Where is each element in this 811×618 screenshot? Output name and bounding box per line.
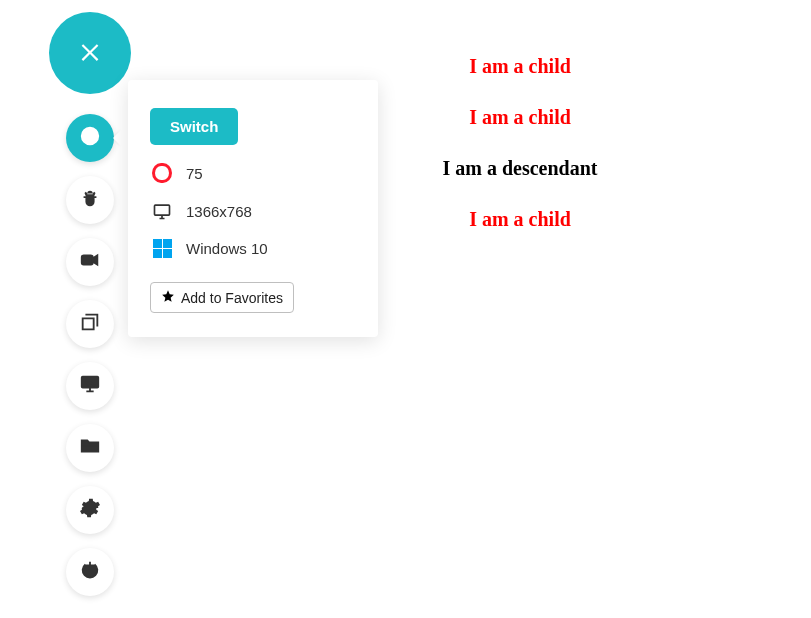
content-line-1: I am a child	[390, 55, 650, 78]
bug-icon	[79, 187, 101, 213]
sidebar-item-switch[interactable]	[66, 114, 114, 162]
sidebar-item-record[interactable]	[66, 238, 114, 286]
switch-button[interactable]: Switch	[150, 108, 238, 145]
content-line-2: I am a child	[390, 106, 650, 129]
sidebar-item-settings[interactable]	[66, 486, 114, 534]
monitor-icon	[79, 373, 101, 399]
sidebar	[46, 12, 134, 610]
switch-panel: Switch 75 1366x768 Windows 10 Add to Fav…	[128, 80, 378, 337]
demo-content: I am a child I am a child I am a descend…	[390, 55, 650, 259]
sidebar-item-display[interactable]	[66, 362, 114, 410]
sidebar-item-power[interactable]	[66, 548, 114, 596]
power-icon	[79, 559, 101, 585]
browser-row: 75	[150, 163, 356, 183]
os-label: Windows 10	[186, 240, 268, 257]
svg-rect-3	[155, 205, 170, 215]
content-line-4: I am a child	[390, 208, 650, 231]
sidebar-item-files[interactable]	[66, 424, 114, 472]
close-icon	[77, 38, 103, 68]
opera-icon	[150, 163, 174, 183]
os-row: Windows 10	[150, 239, 356, 258]
browser-version-label: 75	[186, 165, 203, 182]
images-icon	[79, 311, 101, 337]
windows-icon	[150, 239, 174, 258]
sidebar-item-screenshots[interactable]	[66, 300, 114, 348]
gear-icon	[79, 497, 101, 523]
switch-icon	[79, 125, 101, 151]
resolution-label: 1366x768	[186, 203, 252, 220]
video-camera-icon	[79, 249, 101, 275]
favorites-label: Add to Favorites	[181, 290, 283, 306]
content-line-3: I am a descendant	[390, 157, 650, 180]
resolution-row: 1366x768	[150, 201, 356, 221]
add-to-favorites-button[interactable]: Add to Favorites	[150, 282, 294, 313]
monitor-small-icon	[150, 201, 174, 221]
close-button[interactable]	[49, 12, 131, 94]
svg-rect-1	[82, 255, 93, 264]
sidebar-item-bug[interactable]	[66, 176, 114, 224]
folder-icon	[79, 435, 101, 461]
star-icon	[161, 289, 175, 306]
